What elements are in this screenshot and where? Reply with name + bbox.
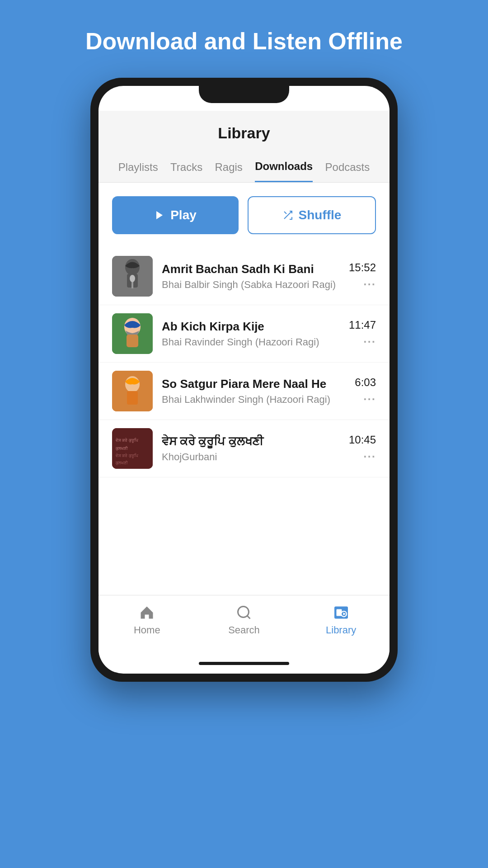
track-thumbnail xyxy=(112,371,153,411)
track-info: Ab Kich Kirpa Kije Bhai Ravinder Singh (… xyxy=(162,320,340,348)
nav-search-label: Search xyxy=(228,624,260,636)
blue-background: Download and Listen Offline Library Play… xyxy=(0,0,488,868)
phone-screen: Library Playlists Tracks Ragis Downloads… xyxy=(99,86,389,674)
track-art-1 xyxy=(112,256,153,297)
svg-point-19 xyxy=(238,607,249,618)
svg-point-7 xyxy=(130,275,135,282)
track-artist: Bhai Balbir Singh (Sabka Hazoori Ragi) xyxy=(162,279,340,291)
track-info: ਵੇਸ ਕਰੇ ਕੁਰੂਪਿ ਕੁਲਖਣੀ KhojGurbani xyxy=(162,434,340,463)
content-spacer xyxy=(99,482,389,595)
track-name: Ab Kich Kirpa Kije xyxy=(162,320,340,334)
track-art-4: ਵੇਸ ਕਰੇ ਕੁਰੂਪਿ ਕੁਲਖਣੀ ਵੇਸ ਕਰੇ ਕੁਰੂਪਿ ਕੁਲ… xyxy=(112,428,153,469)
library-icon xyxy=(333,604,349,621)
track-more-button[interactable]: ··· xyxy=(363,392,376,406)
svg-text:ਕੁਲਖਣੀ: ਕੁਲਖਣੀ xyxy=(115,460,128,465)
track-name: So Satgur Piara Mere Naal He xyxy=(162,377,346,391)
track-item[interactable]: Ab Kich Kirpa Kije Bhai Ravinder Singh (… xyxy=(99,305,389,363)
track-meta: 6:03 ··· xyxy=(355,376,376,406)
track-meta: 11:47 ··· xyxy=(349,319,376,349)
track-duration: 15:52 xyxy=(349,261,376,274)
track-name: ਵੇਸ ਕਰੇ ਕੁਰੂਪਿ ਕੁਲਖਣੀ xyxy=(162,434,340,448)
track-duration: 6:03 xyxy=(355,376,376,389)
track-list: Amrit Bachan Sadh Ki Bani Bhai Balbir Si… xyxy=(99,243,389,482)
svg-rect-13 xyxy=(127,391,138,405)
track-item[interactable]: Amrit Bachan Sadh Ki Bani Bhai Balbir Si… xyxy=(99,248,389,305)
shuffle-button[interactable]: Shuffle xyxy=(248,196,376,234)
track-art-2 xyxy=(112,313,153,354)
play-icon xyxy=(154,210,165,221)
nav-home-label: Home xyxy=(134,624,160,636)
nav-library-label: Library xyxy=(326,624,356,636)
shuffle-icon xyxy=(282,210,293,221)
svg-rect-10 xyxy=(127,335,138,347)
svg-text:ਵੇਸ ਕਰੇ ਕੁਰੂਪਿ: ਵੇਸ ਕਰੇ ਕੁਰੂਪਿ xyxy=(115,438,138,443)
search-icon xyxy=(236,604,252,621)
track-info: So Satgur Piara Mere Naal He Bhai Lakhwi… xyxy=(162,377,346,406)
tab-tracks[interactable]: Tracks xyxy=(170,161,202,182)
track-thumbnail xyxy=(112,256,153,297)
track-duration: 11:47 xyxy=(349,319,376,331)
tabs-container: Playlists Tracks Ragis Downloads Podcast… xyxy=(99,151,389,183)
home-indicator xyxy=(99,654,389,672)
action-buttons: Play Shuffle xyxy=(99,183,389,243)
svg-line-20 xyxy=(247,616,250,619)
track-thumbnail xyxy=(112,313,153,354)
tab-playlists[interactable]: Playlists xyxy=(118,161,158,182)
svg-marker-0 xyxy=(156,211,163,219)
shuffle-label: Shuffle xyxy=(299,208,342,222)
library-title: Library xyxy=(218,124,270,142)
tab-podcasts[interactable]: Podcasts xyxy=(325,161,370,182)
track-art-3 xyxy=(112,371,153,411)
track-more-button[interactable]: ··· xyxy=(363,450,376,464)
track-thumbnail: ਵੇਸ ਕਰੇ ਕੁਰੂਪਿ ਕੁਲਖਣੀ ਵੇਸ ਕਰੇ ਕੁਰੂਪਿ ਕੁਲ… xyxy=(112,428,153,469)
hero-title: Download and Listen Offline xyxy=(58,27,430,55)
track-more-button[interactable]: ··· xyxy=(363,335,376,349)
home-icon xyxy=(139,604,155,621)
tab-ragis[interactable]: Ragis xyxy=(215,161,243,182)
screen-content: Library Playlists Tracks Ragis Downloads… xyxy=(99,86,389,674)
phone-mockup: Library Playlists Tracks Ragis Downloads… xyxy=(90,78,398,682)
track-more-button[interactable]: ··· xyxy=(363,278,376,292)
track-item[interactable]: So Satgur Piara Mere Naal He Bhai Lakhwi… xyxy=(99,363,389,420)
bottom-nav: Home Search xyxy=(99,595,389,654)
track-artist: Bhai Ravinder Singh (Hazoori Ragi) xyxy=(162,336,340,348)
library-header: Library xyxy=(99,111,389,151)
play-button[interactable]: Play xyxy=(112,196,239,234)
track-item[interactable]: ਵੇਸ ਕਰੇ ਕੁਰੂਪਿ ਕੁਲਖਣੀ ਵੇਸ ਕਰੇ ਕੁਰੂਪਿ ਕੁਲ… xyxy=(99,420,389,477)
track-artist: KhojGurbani xyxy=(162,451,340,463)
track-info: Amrit Bachan Sadh Ki Bani Bhai Balbir Si… xyxy=(162,262,340,291)
svg-line-2 xyxy=(284,212,286,214)
nav-item-library[interactable]: Library xyxy=(310,604,373,636)
nav-item-home[interactable]: Home xyxy=(115,604,178,636)
svg-text:ਕੁਲਖਣੀ: ਕੁਲਖਣੀ xyxy=(115,446,128,451)
track-artist: Bhai Lakhwinder Singh (Hazoori Ragi) xyxy=(162,394,346,406)
nav-item-search[interactable]: Search xyxy=(212,604,276,636)
track-duration: 10:45 xyxy=(349,434,376,446)
phone-notch xyxy=(199,86,289,103)
track-meta: 15:52 ··· xyxy=(349,261,376,292)
track-meta: 10:45 ··· xyxy=(349,434,376,464)
svg-text:ਵੇਸ ਕਰੇ ਕੁਰੂਪਿ: ਵੇਸ ਕਰੇ ਕੁਰੂਪਿ xyxy=(115,453,138,458)
home-bar xyxy=(199,662,289,665)
tab-downloads[interactable]: Downloads xyxy=(255,160,313,182)
track-name: Amrit Bachan Sadh Ki Bani xyxy=(162,262,340,276)
play-label: Play xyxy=(170,208,197,222)
